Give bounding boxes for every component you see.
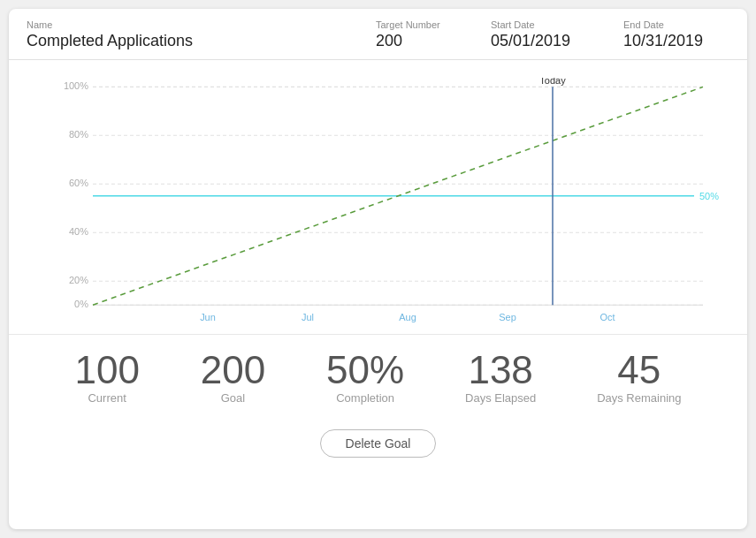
stats-row: 100 Current 200 Goal 50% Completion 138 … <box>9 334 747 413</box>
chart-area: 100% 80% 60% 40% 20% 0% Jun Jul Aug Sep … <box>9 60 747 334</box>
target-label: Target Number <box>376 19 491 30</box>
svg-text:40%: 40% <box>69 226 88 237</box>
svg-text:80%: 80% <box>69 129 88 140</box>
svg-text:50%: 50% <box>699 191 719 201</box>
goal-card: Name Completed Applications Target Numbe… <box>9 9 747 529</box>
footer: Delete Goal <box>9 413 747 475</box>
svg-text:100%: 100% <box>64 80 88 91</box>
name-value: Completed Applications <box>27 32 376 50</box>
stat-current: 100 Current <box>74 351 139 405</box>
stat-completion-label: Completion <box>336 391 394 405</box>
svg-text:Oct: Oct <box>599 312 615 322</box>
stat-days-elapsed-label: Days Elapsed <box>465 391 536 405</box>
start-field: Start Date 05/01/2019 <box>491 19 623 50</box>
goal-header: Name Completed Applications Target Numbe… <box>9 9 747 60</box>
stat-days-remaining: 45 Days Remaining <box>597 351 681 405</box>
name-field: Name Completed Applications <box>27 19 376 50</box>
end-label: End Date <box>623 19 729 30</box>
stat-goal-value: 200 <box>201 351 265 390</box>
stat-goal-label: Goal <box>221 391 245 405</box>
name-label: Name <box>27 19 376 30</box>
stat-completion-value: 50% <box>326 351 404 390</box>
svg-text:60%: 60% <box>69 178 88 188</box>
svg-text:Sep: Sep <box>499 312 516 322</box>
stat-days-remaining-label: Days Remaining <box>597 391 681 405</box>
stat-goal: 200 Goal <box>201 351 265 405</box>
stat-days-elapsed-value: 138 <box>468 351 532 390</box>
svg-text:20%: 20% <box>69 275 88 285</box>
end-value: 10/31/2019 <box>623 32 729 50</box>
stat-days-elapsed: 138 Days Elapsed <box>465 351 536 405</box>
svg-text:Aug: Aug <box>399 312 416 322</box>
start-value: 05/01/2019 <box>491 32 623 50</box>
end-field: End Date 10/31/2019 <box>623 19 729 50</box>
chart-svg: 100% 80% 60% 40% 20% 0% Jun Jul Aug Sep … <box>57 78 721 325</box>
stat-completion: 50% Completion <box>326 351 404 405</box>
target-field: Target Number 200 <box>376 19 491 50</box>
delete-goal-button[interactable]: Delete Goal <box>320 429 437 458</box>
target-value: 200 <box>376 32 491 50</box>
stat-days-remaining-value: 45 <box>617 351 661 390</box>
svg-text:Today: Today <box>539 78 566 86</box>
stat-current-label: Current <box>88 391 126 405</box>
stat-current-value: 100 <box>74 351 139 390</box>
svg-text:Jun: Jun <box>200 312 216 322</box>
svg-text:0%: 0% <box>74 299 88 309</box>
start-label: Start Date <box>491 19 623 30</box>
svg-text:Jul: Jul <box>302 312 314 322</box>
